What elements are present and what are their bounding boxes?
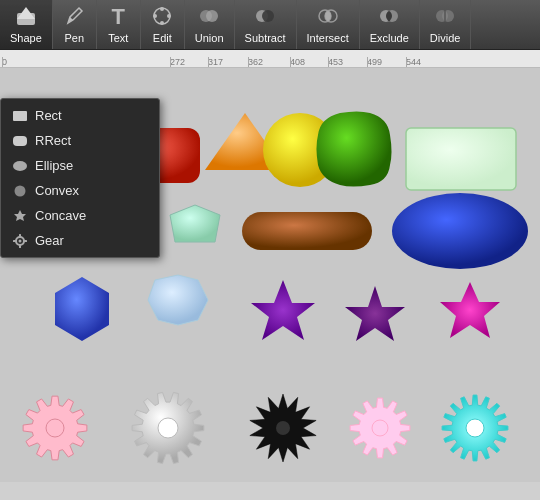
dropdown-item-rect[interactable]: Rect: [1, 103, 159, 128]
toolbar-text-label: Text: [108, 32, 128, 44]
text-icon: T: [112, 5, 125, 29]
svg-point-34: [13, 161, 27, 171]
concave-icon: [13, 209, 27, 223]
green-convex-rect[interactable]: [317, 112, 392, 187]
svg-rect-40: [13, 240, 16, 242]
gear-label: Gear: [35, 233, 64, 248]
toolbar-edit[interactable]: Edit: [141, 0, 185, 49]
purple-star-6[interactable]: [251, 280, 315, 340]
svg-point-37: [19, 239, 22, 242]
svg-point-8: [206, 10, 218, 22]
toolbar-union[interactable]: Union: [185, 0, 235, 49]
rect-icon: [13, 109, 27, 123]
toolbar-intersect[interactable]: Intersect: [297, 0, 360, 49]
toolbar-exclude-label: Exclude: [370, 32, 409, 44]
toolbar-divide-label: Divide: [430, 32, 461, 44]
canvas-area: 0 272 317 362 408 453 499 544: [0, 50, 540, 482]
union-icon: [198, 5, 220, 30]
svg-point-29: [372, 420, 388, 436]
svg-rect-38: [19, 234, 21, 237]
intersect-icon: [317, 5, 339, 30]
teal-pentagon[interactable]: [170, 205, 220, 242]
toolbar-pen[interactable]: Pen: [53, 0, 97, 49]
svg-point-20: [442, 10, 454, 22]
ellipse-label: Ellipse: [35, 158, 73, 173]
svg-point-31: [466, 419, 484, 437]
toolbar-shape[interactable]: Shape: [0, 0, 53, 49]
svg-point-5: [160, 21, 164, 25]
light-green-rect[interactable]: [406, 128, 516, 190]
blue-oval[interactable]: [392, 193, 528, 269]
svg-marker-35: [14, 210, 26, 221]
toolbar-divide[interactable]: Divide: [420, 0, 472, 49]
svg-rect-39: [19, 245, 21, 248]
toolbar-subtract-label: Subtract: [245, 32, 286, 44]
exclude-icon: [378, 5, 400, 30]
svg-point-6: [153, 14, 157, 18]
svg-rect-32: [13, 111, 27, 121]
svg-rect-33: [13, 136, 27, 146]
toolbar-subtract[interactable]: Subtract: [235, 0, 297, 49]
brown-capsule[interactable]: [242, 212, 372, 250]
toolbar-intersect-label: Intersect: [307, 32, 349, 44]
concave-label: Concave: [35, 208, 86, 223]
blue-hexagon[interactable]: [55, 277, 109, 341]
convex-label: Convex: [35, 183, 79, 198]
toolbar-exclude[interactable]: Exclude: [360, 0, 420, 49]
rrect-icon: [13, 134, 27, 148]
svg-point-10: [262, 10, 274, 22]
dark-purple-star[interactable]: [345, 286, 405, 341]
svg-point-4: [167, 14, 171, 18]
dropdown-item-convex[interactable]: Convex: [1, 178, 159, 203]
svg-point-3: [160, 7, 164, 11]
dropdown-item-ellipse[interactable]: Ellipse: [1, 153, 159, 178]
toolbar-shape-label: Shape: [10, 32, 42, 44]
toolbar-text[interactable]: T Text: [97, 0, 141, 49]
svg-rect-41: [24, 240, 27, 242]
rrect-label: RRect: [35, 133, 71, 148]
svg-point-25: [158, 418, 178, 438]
subtract-icon: [254, 5, 276, 30]
dropdown-item-concave[interactable]: Concave: [1, 203, 159, 228]
gear-icon: [13, 234, 27, 248]
light-blue-octagon[interactable]: [148, 275, 208, 325]
toolbar: Shape Pen T Text Edit: [0, 0, 540, 50]
convex-icon: [13, 184, 27, 198]
magenta-star[interactable]: [440, 282, 500, 338]
svg-point-27: [276, 421, 290, 435]
dropdown-item-gear[interactable]: Gear: [1, 228, 159, 253]
dropdown-item-rrect[interactable]: RRect: [1, 128, 159, 153]
divide-icon: [434, 5, 456, 30]
svg-point-23: [46, 419, 64, 437]
shape-icon: [15, 5, 37, 30]
rect-label: Rect: [35, 108, 62, 123]
shape-dropdown-menu: Rect RRect Ellipse Convex: [0, 98, 160, 258]
pen-icon: [63, 5, 85, 30]
toolbar-edit-label: Edit: [153, 32, 172, 44]
ellipse-icon: [13, 159, 27, 173]
toolbar-pen-label: Pen: [65, 32, 85, 44]
edit-icon: [151, 5, 173, 30]
toolbar-union-label: Union: [195, 32, 224, 44]
